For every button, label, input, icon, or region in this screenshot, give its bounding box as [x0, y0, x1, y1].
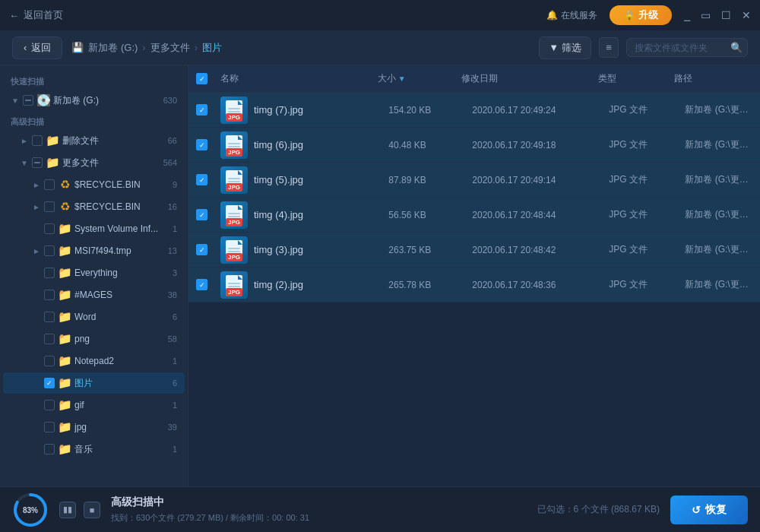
lock-icon: 🔒: [623, 10, 635, 21]
back-button[interactable]: ‹ 返回: [12, 36, 62, 59]
recycle1-checkbox[interactable]: [44, 179, 55, 190]
row-checkbox-1[interactable]: ✓: [196, 104, 220, 116]
sidebar-item-jpg[interactable]: 📁 jpg 39: [3, 416, 185, 438]
expand-icon: ►: [32, 246, 41, 255]
search-input[interactable]: [635, 43, 726, 53]
sidebar-item-notepad2[interactable]: 📁 Notepad2 1: [3, 350, 185, 372]
everything-label: Everything: [74, 268, 169, 278]
col-header-size[interactable]: 大小 ▼: [378, 72, 461, 85]
sidebar-item-deleted[interactable]: ► 📁 删除文件 66: [3, 130, 185, 151]
recycle1-label: $RECYCLE.BIN: [74, 179, 169, 190]
file-thumbnail-3: JPG: [220, 166, 248, 194]
sidebar-item-png[interactable]: 📁 png 58: [3, 328, 185, 350]
row-checkbox-2[interactable]: ✓: [196, 139, 220, 150]
maxrestore-icon[interactable]: ▭: [701, 9, 711, 21]
upgrade-button[interactable]: 🔒 升级: [610, 5, 672, 25]
scan-detail: 找到：630个文件 (279.27 MB) / 剩余时间：00: 00: 31: [111, 512, 527, 524]
file-size-1: 154.20 KB: [388, 105, 472, 116]
search-box: 🔍: [626, 38, 748, 57]
sidebar-item-more[interactable]: ▼ 📁 更多文件 564: [3, 152, 185, 173]
sidebar-item-music[interactable]: 📁 音乐 1: [3, 439, 185, 460]
folder-icon: 📁: [58, 244, 71, 258]
drive-count: 630: [163, 96, 177, 105]
folder-icon: 📁: [58, 376, 71, 390]
path-label: 路径: [674, 72, 692, 85]
sidebar-item-recycle2[interactable]: ► ♻ $RECYCLE.BIN 16: [3, 196, 185, 217]
quick-scan-label: 快速扫描: [0, 71, 188, 89]
breadcrumb-current: 图片: [202, 41, 222, 55]
msi-count: 13: [168, 246, 177, 255]
music-checkbox[interactable]: [44, 444, 55, 454]
filter-icon: ▼: [549, 42, 559, 53]
table-row[interactable]: ✓ JPG timg (2).jpg 265.78 KB 2020.06.17 …: [188, 268, 760, 302]
sort-button[interactable]: ≡: [599, 37, 619, 58]
select-all-checkbox[interactable]: ✓: [196, 73, 207, 84]
file-thumbnail-4: JPG: [220, 201, 248, 229]
sidebar-item-msi7f494[interactable]: ► 📁 MSI7f494.tmp 13: [3, 240, 185, 261]
filter-button[interactable]: ▼ 筛选: [539, 36, 591, 59]
restore-button[interactable]: ↺ 恢复: [670, 496, 748, 524]
pause-button[interactable]: ▮▮: [59, 502, 76, 518]
breadcrumb-drive[interactable]: 新加卷 (G:): [88, 41, 138, 55]
pictures-label: 图片: [74, 377, 169, 390]
back-home-label: 返回首页: [24, 8, 63, 22]
no-expand: [32, 268, 41, 277]
row-checkbox-5[interactable]: ✓: [196, 244, 220, 255]
more-checkbox[interactable]: [32, 157, 43, 168]
minimize-icon[interactable]: ⎯: [684, 9, 690, 21]
stop-button[interactable]: ■: [84, 502, 100, 518]
mages-checkbox[interactable]: [44, 290, 55, 300]
no-expand: [32, 401, 41, 410]
sidebar-item-word[interactable]: 📁 Word 6: [3, 306, 185, 328]
table-row[interactable]: ✓ JPG timg (6).jpg 40.48 KB 2020.06.17 2…: [188, 128, 760, 163]
msi-checkbox[interactable]: [44, 245, 55, 256]
sidebar-item-pictures[interactable]: ✓ 📁 图片 6: [3, 372, 185, 394]
breadcrumb-folder[interactable]: 更多文件: [150, 41, 190, 55]
search-icon[interactable]: 🔍: [730, 42, 743, 53]
row-checkbox-6[interactable]: ✓: [196, 279, 220, 290]
sidebar-item-drive[interactable]: ▼ 💽 新加卷 (G:) 630: [3, 90, 185, 111]
jpg-checkbox[interactable]: [44, 422, 55, 432]
sort-icon: ≡: [606, 42, 612, 53]
file-size-5: 263.75 KB: [388, 245, 472, 255]
sysvolume-checkbox[interactable]: [44, 223, 55, 234]
drive-checkbox[interactable]: [23, 95, 33, 106]
gif-checkbox[interactable]: [44, 400, 55, 410]
col-header-type[interactable]: 类型: [598, 72, 674, 85]
row-checkbox-4[interactable]: ✓: [196, 209, 220, 220]
no-expand: [32, 378, 41, 388]
recycle2-checkbox[interactable]: [44, 201, 55, 212]
col-header-name[interactable]: 名称: [220, 72, 378, 85]
close-icon[interactable]: ✕: [742, 9, 751, 21]
notepad2-checkbox[interactable]: [44, 356, 55, 366]
sidebar-item-gif[interactable]: 📁 gif 1: [3, 394, 185, 416]
sidebar-item-sysvolume[interactable]: 📁 System Volume Inf... 1: [3, 218, 185, 239]
word-checkbox[interactable]: [44, 312, 55, 322]
more-count: 564: [163, 158, 177, 167]
col-header-path[interactable]: 路径: [674, 72, 752, 85]
deleted-checkbox[interactable]: [32, 135, 43, 146]
table-row[interactable]: ✓ JPG timg (5).jpg 87.89 KB 2020.06.17 2…: [188, 163, 760, 198]
sysvolume-label: System Volume Inf...: [74, 223, 169, 234]
file-size-6: 265.78 KB: [388, 280, 472, 290]
everything-checkbox[interactable]: [44, 268, 55, 278]
folder-icon: 📁: [58, 332, 71, 346]
music-count: 1: [173, 445, 177, 454]
table-row[interactable]: ✓ JPG timg (4).jpg 56.56 KB 2020.06.17 2…: [188, 198, 760, 233]
file-name-1: timg (7).jpg: [254, 104, 388, 116]
no-expand: [32, 423, 41, 432]
row-checkbox-3[interactable]: ✓: [196, 174, 220, 185]
col-header-date[interactable]: 修改日期: [461, 72, 598, 85]
online-service[interactable]: 🔔 在线服务: [546, 9, 597, 22]
sidebar-item-mages[interactable]: 📁 #MAGES 38: [3, 284, 185, 306]
nav-bar: ‹ 返回 💾 新加卷 (G:) › 更多文件 › 图片 ▼ 筛选 ≡ 🔍: [0, 30, 760, 65]
table-row[interactable]: ✓ JPG timg (3).jpg 263.75 KB 2020.06.17 …: [188, 233, 760, 268]
back-home-button[interactable]: ← 返回首页: [9, 8, 63, 22]
pictures-checkbox[interactable]: ✓: [44, 378, 55, 388]
sidebar-item-everything[interactable]: 📁 Everything 3: [3, 262, 185, 283]
table-row[interactable]: ✓ JPG timg (7).jpg 154.20 KB 2020.06.17 …: [188, 93, 760, 128]
restore-label: 恢复: [705, 503, 727, 517]
sidebar-item-recycle1[interactable]: ► ♻ $RECYCLE.BIN 9: [3, 174, 185, 195]
maximize-icon[interactable]: ☐: [721, 9, 731, 21]
png-checkbox[interactable]: [44, 334, 55, 344]
